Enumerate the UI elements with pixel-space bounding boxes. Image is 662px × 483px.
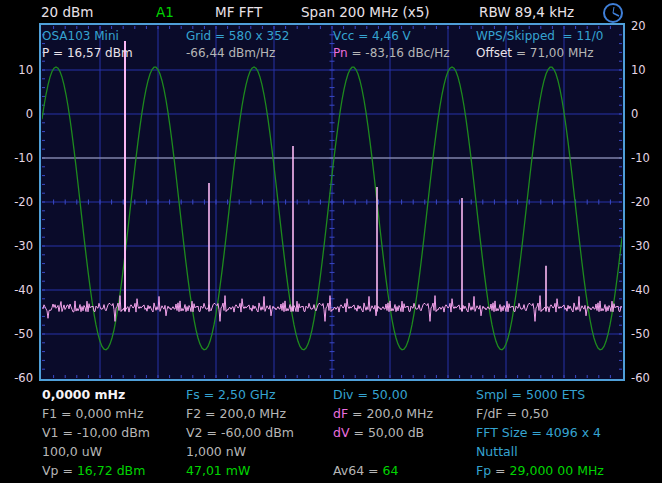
span-field[interactable]: Span 200 MHz (x5) — [301, 4, 430, 20]
overlay-r2-c3: Offset = 71,00 MHz — [476, 45, 594, 62]
axis-label--10: -10 — [631, 151, 659, 165]
status-r2-c3[interactable]: FFT Size = 4096 x 4 — [476, 423, 601, 442]
status-r4-c2-text: 64 — [383, 463, 399, 478]
status-r2-c2-text: = 50,00 dB — [353, 425, 424, 440]
status-r1-c2-text: dF — [333, 406, 352, 421]
axis-label--40: -40 — [631, 283, 659, 297]
status-r1-c2[interactable]: dF = 200,0 MHz — [333, 404, 433, 423]
axis-label-0: 0 — [631, 107, 659, 121]
overlay-r2-c0-text: P = 16,57 dBm — [42, 46, 133, 60]
status-r1-c2-text: = 200,0 MHz — [352, 406, 433, 421]
status-r1-c3-text: F/dF = 0,50 — [476, 406, 549, 421]
channel-a1-field[interactable]: A1 — [156, 4, 174, 20]
status-r0-c2[interactable]: Div = 50,00 — [333, 385, 408, 404]
axis-label--60: -60 — [5, 371, 33, 385]
axis-label--10: -10 — [5, 151, 33, 165]
status-r2-c1-text: V2 = -60,00 dBm — [186, 425, 294, 440]
status-r2-c3-text: FFT Size = 4096 x 4 — [476, 425, 601, 440]
status-r4-c0-text: Vp = — [42, 463, 77, 478]
overlay-r1-c2-text: Vcc = 4,46 V — [333, 29, 411, 43]
status-r0-c3-text: Smpl = 5000 ETS — [476, 387, 585, 402]
status-r4-c2-text: Av64 = — [333, 463, 383, 478]
rbw-field[interactable]: RBW 89,4 kHz — [479, 4, 574, 20]
status-r3-c3-text: Nuttall — [476, 444, 518, 459]
status-r3-c0-text: 100,0 uW — [42, 444, 102, 459]
status-r2-c2-text: dV — [333, 425, 353, 440]
axis-label--60: -60 — [631, 371, 659, 385]
status-r3-c1-text: 1,000 nW — [186, 444, 246, 459]
status-r0-c1[interactable]: Fs = 2,50 GHz — [186, 385, 276, 404]
status-r0-c1-text: Fs = 2,50 GHz — [186, 387, 276, 402]
status-r1-c3[interactable]: F/dF = 0,50 — [476, 404, 549, 423]
status-r3-c0[interactable]: 100,0 uW — [42, 442, 102, 461]
status-r4-c3-text: Fp — [476, 463, 495, 478]
overlay-r1-c1-text: Grid = 580 x 352 — [186, 29, 289, 43]
ref-level-field[interactable]: 20 dBm — [41, 4, 93, 20]
mode-field[interactable]: MF FFT — [215, 4, 262, 20]
axis-label-10: 10 — [631, 63, 659, 77]
status-r2-c2[interactable]: dV = 50,00 dB — [333, 423, 424, 442]
spectrum-plot-area[interactable] — [42, 26, 622, 378]
overlay-r1-c1: Grid = 580 x 352 — [186, 28, 289, 45]
overlay-r2-c3-text: Offset — [476, 46, 516, 60]
status-r4-c1[interactable]: 47,01 mW — [186, 461, 250, 480]
overlay-r2-c2: Pn = -83,16 dBc/Hz — [333, 45, 450, 62]
status-r0-c0[interactable]: 0,0000 mHz — [42, 385, 125, 404]
status-r2-c0-text: V1 = -10,00 dBm — [42, 425, 150, 440]
status-r4-c3-text: 29,000 00 MHz — [510, 463, 604, 478]
axis-label--30: -30 — [631, 239, 659, 253]
axis-label--50: -50 — [5, 327, 33, 341]
status-r3-c1[interactable]: 1,000 nW — [186, 442, 246, 461]
overlay-r1-c0: OSA103 Mini — [42, 28, 119, 45]
status-r4-c1-text: 47,01 mW — [186, 463, 250, 478]
status-r1-c0-text: F1 = 0,000 mHz — [42, 406, 143, 421]
osa103-app-window: { "palette": { "cyan": "#35a3d0", "gray"… — [0, 0, 662, 483]
status-r4-c3-text: = — [495, 463, 509, 478]
axis-label--50: -50 — [631, 327, 659, 341]
overlay-r2-c2-text: Pn — [333, 46, 351, 60]
overlay-r1-c2: Vcc = 4,46 V — [333, 28, 411, 45]
overlay-r2-c2-text: = -83,16 dBc/Hz — [351, 46, 449, 60]
overlay-r2-c3-text: = 71,00 MHz — [516, 46, 594, 60]
axis-label-20: 20 — [631, 19, 659, 33]
status-r2-c1[interactable]: V2 = -60,00 dBm — [186, 423, 294, 442]
status-r2-c0[interactable]: V1 = -10,00 dBm — [42, 423, 150, 442]
overlay-r2-c0: P = 16,57 dBm — [42, 45, 133, 62]
status-r0-c0-text: 0,0000 mHz — [42, 387, 125, 402]
axis-label--30: -30 — [5, 239, 33, 253]
overlay-r1-c3: WPS/Skipped = 11/0 — [476, 28, 603, 45]
status-r1-c0[interactable]: F1 = 0,000 mHz — [42, 404, 143, 423]
axis-label--40: -40 — [5, 283, 33, 297]
status-r1-c1-text: F2 = 200,0 MHz — [186, 406, 286, 421]
overlay-r2-c1-text: -66,44 dBm/Hz — [186, 46, 275, 60]
status-r4-c0-text: 16,72 dBm — [77, 463, 145, 478]
status-r0-c3[interactable]: Smpl = 5000 ETS — [476, 385, 585, 404]
axis-label-0: 0 — [5, 107, 33, 121]
axis-label--20: -20 — [631, 195, 659, 209]
clock-icon[interactable] — [602, 2, 624, 24]
overlay-r1-c3-text: WPS/Skipped = 11/0 — [476, 29, 603, 43]
status-r1-c1[interactable]: F2 = 200,0 MHz — [186, 404, 286, 423]
status-r4-c3[interactable]: Fp = 29,000 00 MHz — [476, 461, 604, 480]
status-r3-c3[interactable]: Nuttall — [476, 442, 518, 461]
overlay-r2-c1: -66,44 dBm/Hz — [186, 45, 275, 62]
axis-label-10: 10 — [5, 63, 33, 77]
status-r4-c0[interactable]: Vp = 16,72 dBm — [42, 461, 145, 480]
overlay-r1-c0-text: OSA103 Mini — [42, 29, 119, 43]
status-r0-c2-text: Div = 50,00 — [333, 387, 408, 402]
status-r4-c2[interactable]: Av64 = 64 — [333, 461, 398, 480]
axis-label--20: -20 — [5, 195, 33, 209]
